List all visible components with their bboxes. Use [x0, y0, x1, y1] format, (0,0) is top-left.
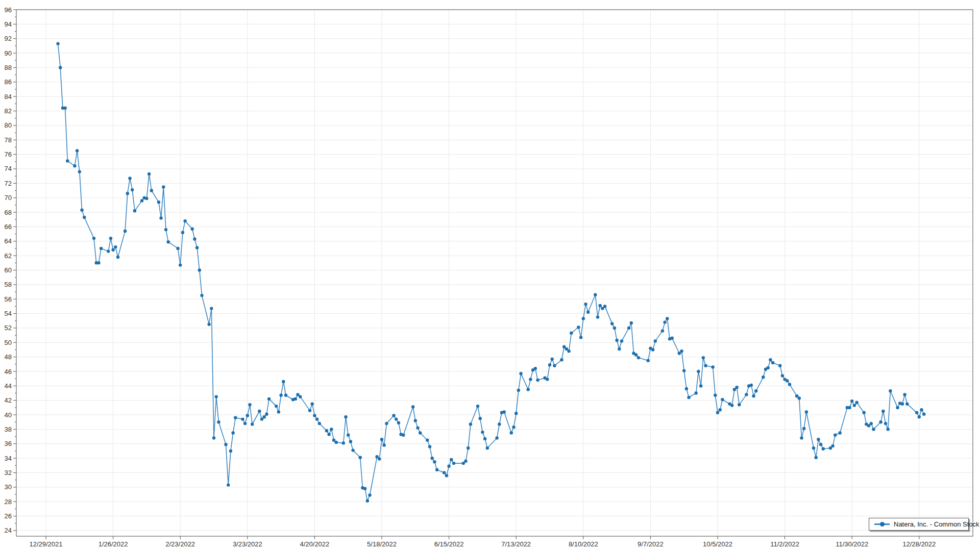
y-axis-tick-label: 36 [5, 440, 12, 447]
data-point-marker [863, 411, 866, 414]
data-point-marker [397, 421, 400, 424]
data-point-marker [812, 446, 815, 449]
data-point-marker [610, 322, 614, 325]
data-point-marker [191, 228, 194, 231]
data-point-marker [903, 393, 906, 396]
x-axis-tick-label: 5/18/2022 [367, 540, 397, 548]
data-point-marker [133, 209, 136, 212]
data-point-marker [786, 379, 789, 382]
data-point-marker [464, 460, 467, 463]
data-point-marker [426, 439, 429, 442]
data-point-marker [594, 293, 597, 296]
y-axis-tick-label: 72 [5, 180, 12, 187]
legend[interactable]: Natera, Inc. - Common Stock [869, 518, 969, 531]
data-point-marker [795, 394, 798, 397]
x-axis-tick-label: 11/2/2022 [770, 540, 799, 548]
data-point-marker [730, 404, 733, 407]
data-point-marker [311, 403, 314, 406]
data-point-marker [570, 332, 573, 335]
data-point-marker [582, 317, 585, 320]
data-point-marker [896, 406, 899, 409]
data-point-marker [111, 248, 114, 252]
y-axis-tick-label: 52 [5, 324, 12, 332]
data-point-marker [762, 375, 765, 379]
data-point-marker [265, 413, 268, 416]
data-point-marker [193, 237, 196, 240]
data-point-marker [229, 449, 232, 453]
data-point-marker [752, 394, 755, 397]
data-point-marker [536, 379, 539, 382]
data-point-marker [613, 327, 616, 330]
data-point-marker [848, 406, 851, 409]
y-axis-tick-label: 24 [5, 527, 12, 534]
y-axis-tick-label: 94 [5, 20, 12, 28]
data-point-marker [450, 458, 453, 461]
x-axis-tick-label: 3/23/2022 [233, 540, 262, 548]
y-axis-tick-label: 84 [5, 93, 12, 101]
data-point-marker [767, 366, 770, 369]
data-point-marker [867, 424, 870, 427]
data-point-marker [414, 419, 417, 422]
data-point-marker [402, 434, 405, 437]
data-point-marker [798, 396, 801, 399]
y-axis-tick-label: 78 [5, 136, 12, 144]
data-point-marker [481, 431, 484, 434]
data-point-marker [443, 471, 446, 474]
data-point-marker [275, 405, 278, 408]
data-point-marker [195, 246, 199, 249]
data-point-marker [315, 417, 318, 420]
data-point-marker [548, 363, 551, 366]
data-point-marker [699, 384, 702, 387]
data-point-marker [695, 391, 698, 394]
data-point-marker [445, 474, 448, 477]
data-point-marker [145, 197, 148, 200]
y-axis-tick-label: 66 [5, 223, 12, 231]
data-point-marker [634, 353, 638, 356]
data-point-marker [157, 201, 160, 204]
data-point-marker [181, 231, 184, 234]
data-point-marker [510, 431, 513, 434]
x-axis-tick-label: 4/20/2022 [300, 540, 329, 548]
data-point-marker [109, 237, 112, 240]
data-point-marker [351, 448, 354, 452]
y-axis-tick-label: 28 [5, 498, 12, 506]
data-point-marker [366, 499, 369, 503]
data-point-marker [721, 398, 724, 401]
data-point-marker [872, 428, 875, 431]
data-point-marker [392, 414, 395, 417]
y-axis-tick-label: 82 [5, 107, 12, 115]
data-point-marker [73, 164, 76, 167]
data-point-marker [462, 462, 465, 465]
data-point-marker [342, 441, 345, 444]
data-point-marker [615, 339, 618, 342]
data-point-marker [479, 417, 482, 420]
data-point-marker [126, 192, 129, 195]
data-point-marker [519, 372, 522, 375]
data-point-marker [870, 422, 873, 425]
data-point-marker [661, 329, 664, 332]
data-point-marker [651, 348, 654, 351]
data-point-marker [411, 405, 414, 408]
data-point-marker [881, 410, 885, 413]
data-point-marker [200, 294, 203, 297]
plot-area: 9694929088868482807876747270686664626058… [0, 0, 980, 551]
y-axis-tick-label: 34 [5, 455, 12, 462]
data-point-marker [839, 431, 842, 434]
y-axis-tick-label: 96 [5, 6, 12, 14]
y-axis-tick-label: 26 [5, 512, 12, 520]
data-point-marker [100, 247, 103, 250]
y-axis-tick-label: 50 [5, 339, 12, 346]
data-point-marker [318, 422, 321, 425]
data-point-marker [277, 410, 280, 413]
data-point-marker [603, 305, 606, 308]
data-point-marker [719, 408, 722, 411]
data-point-marker [428, 445, 431, 448]
data-point-marker [714, 394, 717, 397]
data-point-marker [63, 107, 66, 110]
data-point-marker [769, 358, 772, 361]
y-axis-tick-label: 64 [5, 237, 12, 245]
data-point-marker [486, 446, 489, 449]
data-point-marker [627, 327, 630, 330]
data-point-marker [282, 380, 285, 383]
data-point-marker [332, 439, 335, 442]
